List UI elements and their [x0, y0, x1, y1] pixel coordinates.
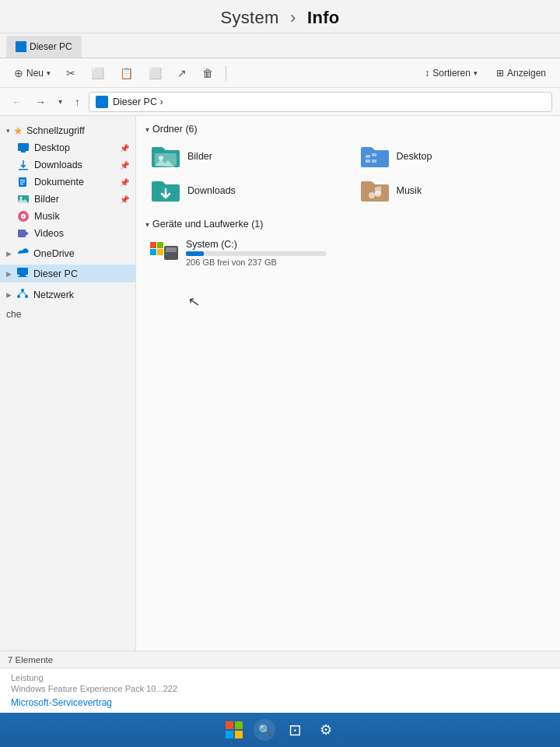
breadcrumb-system: System: [220, 8, 278, 27]
taskbar-windows-button[interactable]: [222, 718, 246, 742]
pictures-icon: [17, 193, 30, 205]
scissors-icon: ✂: [66, 67, 75, 79]
status-bar: 7 Elemente: [0, 651, 560, 668]
documents-icon: [17, 176, 30, 188]
svg-point-18: [17, 295, 20, 298]
sidebar-item-downloads[interactable]: Downloads 📌: [0, 156, 135, 174]
svg-rect-37: [226, 721, 233, 729]
servicevertrag-link[interactable]: Microsoft-Servicevertrag: [11, 695, 549, 712]
view-button[interactable]: ⊞ Anzeigen: [490, 65, 552, 82]
sidebar-onedrive-label: OneDrive: [33, 248, 75, 259]
taskbar-files-button[interactable]: ⊡: [283, 718, 306, 742]
sidebar-netzwerk-label: Netzwerk: [33, 289, 74, 300]
devices-section-label: Geräte und Laufwerke (1): [152, 219, 263, 230]
netzwerk-expand-icon: ▶: [6, 291, 12, 299]
paste-icon: 📋: [120, 67, 133, 79]
leistung-label: Leistung: [11, 673, 549, 682]
quick-access-section: ▾ ★ Schnellzugriff Desktop 📌 Downloads 📌: [0, 122, 135, 242]
taskbar-search-button[interactable]: 🔍: [254, 719, 275, 741]
device-bar-fill: [186, 251, 204, 256]
hard-drive-icon: [150, 242, 178, 264]
folders-chevron-icon: ▾: [145, 125, 149, 134]
delete-button[interactable]: 🗑: [196, 64, 219, 82]
folder-musik[interactable]: Musik: [355, 175, 551, 206]
forward-button[interactable]: →: [31, 94, 50, 110]
tab-bar: Dieser PC: [0, 33, 560, 58]
folder-downloads-label: Downloads: [187, 185, 236, 196]
windows-edition-text: Windows Feature Experience Pack 10...222: [11, 684, 549, 693]
svg-rect-2: [19, 169, 28, 170]
sidebar-musik-label: Musik: [34, 211, 60, 222]
sidebar-videos-label: Videos: [34, 228, 64, 239]
sidebar-bilder-label: Bilder: [34, 194, 59, 205]
address-path-text: Dieser PC ›: [113, 96, 163, 107]
taskbar-settings-button[interactable]: ⚙: [314, 718, 338, 742]
folder-desktop[interactable]: Desktop: [355, 141, 551, 172]
dieser-pc-section: ▶ Dieser PC: [0, 265, 135, 282]
folder-bilder[interactable]: Bilder: [145, 141, 342, 172]
plus-icon: ⊕: [14, 67, 23, 79]
address-path[interactable]: Dieser PC ›: [89, 92, 552, 112]
folder-downloads[interactable]: Downloads: [145, 175, 342, 206]
rename-button[interactable]: ⬜: [142, 64, 168, 82]
new-label: Neu: [26, 68, 44, 79]
svg-line-20: [19, 292, 23, 295]
netzwerk-section: ▶ Netzwerk: [0, 286, 135, 303]
files-icon: ⊡: [289, 721, 302, 739]
sidebar-item-netzwerk[interactable]: ▶ Netzwerk: [0, 286, 135, 303]
sidebar-dieser-pc-label: Dieser PC: [33, 268, 78, 279]
sidebar-item-musik[interactable]: Musik: [0, 208, 135, 225]
quick-access-label: Schnellzugriff: [26, 125, 85, 136]
sidebar-item-dieser-pc[interactable]: ▶ Dieser PC: [0, 265, 135, 282]
svg-rect-32: [150, 249, 156, 255]
svg-rect-5: [20, 182, 25, 183]
svg-rect-38: [235, 721, 243, 729]
svg-rect-6: [20, 184, 23, 184]
svg-rect-27: [372, 160, 376, 163]
sidebar-item-onedrive[interactable]: ▶ OneDrive: [0, 245, 135, 261]
main-container: ▾ ★ Schnellzugriff Desktop 📌 Downloads 📌: [0, 116, 560, 651]
sidebar-item-desktop[interactable]: Desktop 📌: [0, 139, 135, 156]
breadcrumb-separator: ›: [290, 8, 296, 27]
sidebar-item-bilder[interactable]: Bilder 📌: [0, 191, 135, 208]
sidebar: ▾ ★ Schnellzugriff Desktop 📌 Downloads 📌: [0, 116, 136, 651]
folder-musik-label: Musik: [397, 185, 422, 196]
view-label: Anzeigen: [507, 68, 546, 79]
folder-desktop-icon: [359, 144, 390, 169]
devices-section-header: ▾ Geräte und Laufwerke (1): [145, 219, 551, 230]
up-button[interactable]: ↑: [71, 94, 84, 110]
svg-rect-31: [157, 242, 163, 248]
network-icon: [16, 288, 29, 301]
svg-point-28: [369, 192, 375, 198]
tab-dieser-pc[interactable]: Dieser PC: [6, 36, 82, 58]
paste-button[interactable]: 📋: [114, 64, 139, 82]
empty-area: ↖: [145, 278, 551, 324]
svg-line-21: [23, 292, 26, 295]
svg-point-19: [25, 295, 28, 298]
back-button[interactable]: ←: [8, 94, 26, 110]
svg-rect-26: [366, 160, 370, 163]
cut-button[interactable]: ✂: [60, 64, 82, 82]
folders-section-header: ▾ Ordner (6): [145, 124, 551, 135]
toolbar-right: ↕ Sortieren ▾ ⊞ Anzeigen: [418, 65, 552, 82]
share-button[interactable]: ↗: [171, 64, 193, 82]
copy-button[interactable]: ⬜: [85, 64, 110, 82]
sidebar-item-dokumente[interactable]: Dokumente 📌: [0, 174, 135, 191]
new-button[interactable]: ⊕ Neu ▾: [8, 64, 57, 82]
recent-button[interactable]: ▾: [54, 96, 66, 107]
folder-bilder-icon: [150, 144, 181, 169]
sort-button[interactable]: ↕ Sortieren ▾: [418, 65, 484, 82]
pin3-icon: 📌: [120, 178, 129, 187]
pin2-icon: 📌: [120, 161, 129, 170]
svg-marker-13: [26, 231, 29, 236]
music-icon: [17, 210, 30, 223]
device-bar: [186, 251, 326, 256]
svg-rect-16: [18, 276, 27, 277]
folder-downloads-icon: [150, 178, 181, 203]
onedrive-expand-icon: ▶: [6, 250, 12, 258]
sidebar-item-videos[interactable]: Videos: [0, 225, 135, 242]
device-system-c[interactable]: System (C:) 206 GB frei von 237 GB: [145, 236, 551, 270]
tab-dieser-pc-label: Dieser PC: [30, 41, 72, 52]
status-text: 7 Elemente: [8, 655, 53, 665]
quick-access-header[interactable]: ▾ ★ Schnellzugriff: [0, 122, 135, 139]
